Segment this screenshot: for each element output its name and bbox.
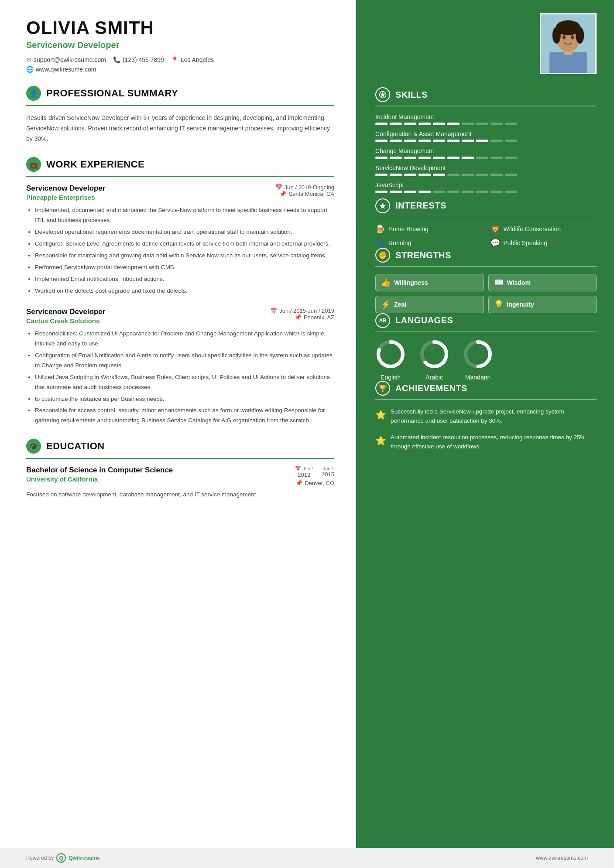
skill-dot [491, 140, 503, 142]
left-column: OLIVIA SMITH Servicenow Developer ✉ supp… [0, 0, 356, 848]
location-contact: 📍 Los Angeles [171, 56, 214, 63]
skill-dot [447, 140, 460, 142]
skills-icon [375, 87, 390, 102]
languages-header: AB LANGUAGES [375, 313, 597, 328]
job-header-1: Servicenow Developer Pineapple Enterpris… [26, 184, 334, 201]
job-date-2: 📅 Jun / 2015-Jun / 2019 [270, 308, 334, 314]
svg-point-7 [563, 35, 566, 40]
skill-dot [404, 174, 416, 176]
achievement-icon-1: ⭐ [375, 408, 386, 426]
skill-dot [418, 140, 431, 142]
phone-contact: 📞 (123) 456 7899 [113, 56, 164, 63]
skill-dot [476, 140, 488, 142]
website-row: 🌐 www.qwikresume.com [26, 66, 334, 73]
skill-dot [491, 123, 503, 125]
skill-dot [462, 191, 474, 193]
list-item: Configured Service Level Agreements to d… [35, 239, 334, 249]
skill-bar-2 [375, 140, 597, 142]
list-item: Responsible for maintaining and growing … [35, 251, 334, 261]
right-column: SKILLS Incident Management [356, 0, 614, 848]
web-icon: 🌐 [26, 66, 34, 73]
wildlife-icon: 🦁 [491, 224, 500, 234]
skill-row-3: Change Management [375, 147, 597, 159]
footer-website: www.qwikresume.com [536, 855, 588, 861]
lang-label-english: English [381, 374, 401, 381]
home-brewing-icon: 🍺 [375, 224, 385, 234]
skill-dot [433, 140, 445, 142]
job-date-1: 📅 Jun / 2019-Ongoing [275, 184, 334, 191]
list-item: Responsible for access control, security… [35, 406, 334, 426]
strength-wisdom: 📖 Wisdom [488, 274, 597, 291]
skill-dot [462, 174, 474, 176]
achievements-divider [375, 399, 597, 400]
svg-point-6 [576, 27, 584, 44]
skill-dot [433, 191, 445, 193]
interests-title: INTERESTS [395, 201, 446, 211]
lang-english: English [375, 339, 406, 381]
lang-circle-arabic [419, 339, 449, 369]
skill-dot [375, 157, 388, 159]
footer-left: Powered by Q Qwikresume [26, 853, 100, 863]
skill-dot [505, 174, 517, 176]
strength-willingness: 👍 Willingness [375, 274, 484, 291]
job-meta-1: 📅 Jun / 2019-Ongoing 📌 Santa Monica, CA [275, 184, 334, 197]
header-section: OLIVIA SMITH Servicenow Developer ✉ supp… [26, 17, 334, 73]
languages-divider [375, 331, 597, 332]
location-icon: 📍 [171, 56, 178, 63]
languages-icon: AB [375, 313, 390, 328]
summary-title: PROFESSIONAL SUMMARY [46, 88, 178, 99]
skill-name-2: Configuration & Asset Management [375, 130, 597, 137]
interests-grid: 🍺 Home Brewing 🦁 Wildlife Conservation 🐾… [375, 224, 597, 248]
skill-dot [404, 140, 416, 142]
pin-icon-edu: 📌 [295, 480, 302, 486]
skill-name-4: ServiceNow Development [375, 164, 597, 171]
powered-by-text: Powered by [26, 855, 54, 861]
list-item: Developed operational requirements docum… [35, 227, 334, 237]
skill-name-3: Change Management [375, 147, 597, 154]
skill-dot [390, 174, 402, 176]
skill-dot [418, 191, 431, 193]
willingness-icon: 👍 [381, 278, 391, 287]
summary-text: Results-driven ServiceNow Developer with… [26, 113, 334, 144]
skill-dot [447, 174, 460, 176]
svg-point-8 [571, 35, 574, 40]
edu-location-1: 📌 Denver, CO [295, 480, 334, 486]
summary-header: 👤 PROFESSIONAL SUMMARY [26, 86, 334, 101]
list-item: Utilized Java Scripting in Workflows, Bu… [35, 372, 334, 393]
interest-1: 🍺 Home Brewing [375, 224, 481, 234]
interests-section: INTERESTS 🍺 Home Brewing 🦁 Wildlife Cons… [375, 198, 597, 248]
lang-label-arabic: Arabic [425, 374, 443, 381]
speaking-icon: 💬 [491, 238, 500, 248]
svg-rect-1 [549, 52, 587, 74]
ingenuity-icon: 💡 [494, 300, 504, 309]
skill-row-4: ServiceNow Development [375, 164, 597, 176]
skill-row-2: Configuration & Asset Management [375, 130, 597, 142]
pin-icon-2: 📌 [295, 314, 302, 321]
list-item: to customize the instance as per Busines… [35, 394, 334, 404]
skill-dot [447, 123, 460, 125]
skill-dot [390, 123, 402, 125]
achievement-text-2: Automated incident resolution processes,… [391, 433, 597, 451]
skill-dot [375, 140, 388, 142]
pin-icon-1: 📌 [279, 191, 286, 197]
strengths-section: ✊ STRENGTHS 👍 Willingness 📖 Wisdom ⚡ Zea… [375, 248, 597, 313]
work-icon: 💼 [26, 157, 41, 172]
qwikresume-q-icon: Q [56, 853, 66, 863]
skills-divider [375, 106, 597, 106]
company-1: Pineapple Enterprises [26, 194, 105, 201]
skill-dot [390, 191, 402, 193]
work-title: WORK EXPERIENCE [46, 159, 144, 170]
job-header-2: Servicenow Developer Cactus Creek Soluti… [26, 308, 334, 325]
edu-dates-1: 📅 Jun / 2012 Jun / 2015 [295, 466, 334, 478]
skill-dot [505, 140, 517, 142]
candidate-job-title: Servicenow Developer [26, 40, 334, 50]
email-icon: ✉ [26, 56, 31, 63]
strength-label-4: Ingenuity [507, 301, 534, 308]
edu-start-date: 📅 Jun / 2012 [295, 466, 313, 478]
skill-dot [491, 174, 503, 176]
skill-dot [447, 191, 460, 193]
skill-dot [404, 191, 416, 193]
skill-dot [433, 123, 445, 125]
company-2: Cactus Creek Solutions [26, 317, 105, 325]
lang-arabic: Arabic [419, 339, 449, 381]
